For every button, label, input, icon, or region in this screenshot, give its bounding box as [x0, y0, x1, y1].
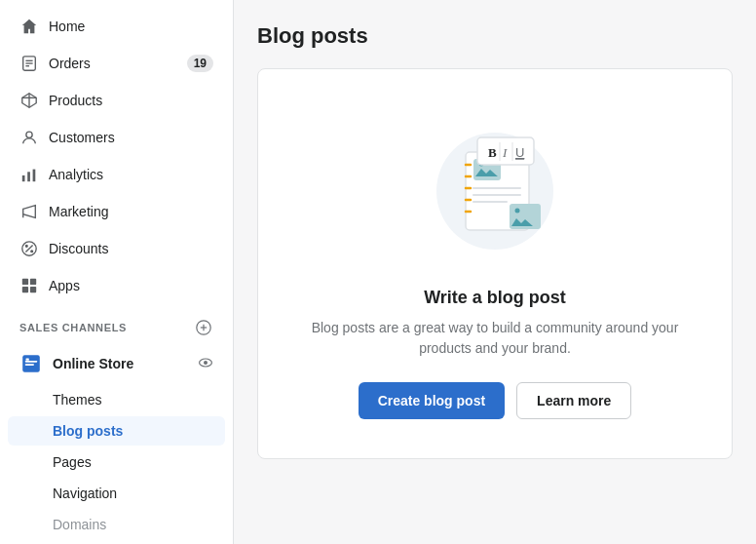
- sidebar-item-apps-label: Apps: [49, 278, 80, 293]
- sidebar-item-home[interactable]: Home: [8, 9, 225, 44]
- sidebar-item-marketing[interactable]: Marketing: [8, 194, 225, 229]
- sidebar-item-products-label: Products: [49, 93, 102, 108]
- analytics-icon: [19, 165, 39, 184]
- sidebar-item-themes[interactable]: Themes: [8, 385, 225, 414]
- discounts-icon: [19, 239, 39, 258]
- sidebar-item-online-store[interactable]: Online Store: [8, 344, 225, 383]
- online-store-icon: [19, 352, 43, 375]
- svg-text:U: U: [515, 145, 524, 160]
- products-icon: [19, 91, 39, 110]
- sidebar-item-navigation[interactable]: Navigation: [8, 479, 225, 508]
- apps-icon: [19, 276, 39, 295]
- sidebar-item-orders-label: Orders: [49, 56, 91, 71]
- svg-point-14: [31, 251, 33, 253]
- svg-rect-23: [26, 359, 29, 361]
- sidebar-item-home-label: Home: [49, 19, 85, 34]
- svg-rect-17: [22, 287, 28, 292]
- marketing-icon: [19, 202, 39, 221]
- themes-label: Themes: [53, 392, 102, 408]
- empty-state-description: Blog posts are a great way to build a co…: [310, 318, 680, 359]
- sidebar-item-blog-posts[interactable]: Blog posts: [8, 416, 225, 446]
- empty-state-title: Write a blog post: [424, 288, 566, 308]
- add-sales-channel-button[interactable]: [194, 318, 213, 337]
- orders-icon: [19, 54, 39, 73]
- svg-point-7: [26, 132, 32, 137]
- navigation-label: Navigation: [53, 486, 117, 501]
- sidebar-item-customers-label: Customers: [49, 130, 115, 145]
- domains-label: Domains: [53, 517, 106, 532]
- sidebar-item-analytics-label: Analytics: [49, 167, 103, 182]
- sidebar-item-domains[interactable]: Domains: [8, 510, 225, 539]
- svg-text:B: B: [488, 145, 497, 160]
- sidebar-item-orders[interactable]: Orders 19: [8, 46, 225, 81]
- svg-point-46: [515, 209, 520, 214]
- svg-rect-10: [33, 170, 36, 182]
- svg-rect-18: [30, 287, 36, 292]
- pages-label: Pages: [53, 454, 92, 470]
- customers-icon: [19, 128, 39, 147]
- card-actions: Create blog post Learn more: [359, 382, 632, 419]
- svg-rect-16: [30, 279, 36, 285]
- sales-channels-label: SALES CHANNELS: [19, 322, 194, 333]
- page-title: Blog posts: [257, 23, 733, 49]
- sidebar-item-discounts[interactable]: Discounts: [8, 231, 225, 266]
- orders-badge: 19: [187, 55, 213, 72]
- create-blog-post-button[interactable]: Create blog post: [359, 382, 505, 419]
- svg-rect-15: [22, 279, 28, 285]
- sidebar-item-products[interactable]: Products: [8, 83, 225, 118]
- svg-text:I: I: [502, 145, 508, 160]
- blog-posts-label: Blog posts: [53, 423, 123, 439]
- online-store-label: Online Store: [53, 356, 133, 371]
- learn-more-button[interactable]: Learn more: [516, 382, 631, 419]
- home-icon: [19, 17, 39, 36]
- svg-rect-8: [22, 175, 25, 181]
- sales-channels-header: SALES CHANNELS: [8, 308, 225, 343]
- main-content: Blog posts: [234, 0, 756, 544]
- svg-rect-22: [22, 355, 40, 372]
- sidebar-item-customers[interactable]: Customers: [8, 120, 225, 155]
- view-online-store-button[interactable]: [198, 355, 213, 373]
- sidebar-item-pages[interactable]: Pages: [8, 447, 225, 477]
- sidebar-item-discounts-label: Discounts: [49, 241, 108, 256]
- sidebar: Home Orders 19 Products Customers Analyt…: [0, 0, 234, 544]
- blog-illustration: B I U: [417, 108, 573, 264]
- sidebar-item-analytics[interactable]: Analytics: [8, 157, 225, 192]
- svg-rect-9: [27, 172, 30, 181]
- sidebar-item-apps[interactable]: Apps: [8, 268, 225, 303]
- sidebar-item-marketing-label: Marketing: [49, 204, 108, 219]
- svg-point-25: [204, 361, 208, 365]
- empty-state-card: B I U Write a blog post Blog posts are a…: [257, 68, 733, 459]
- svg-point-13: [25, 245, 27, 247]
